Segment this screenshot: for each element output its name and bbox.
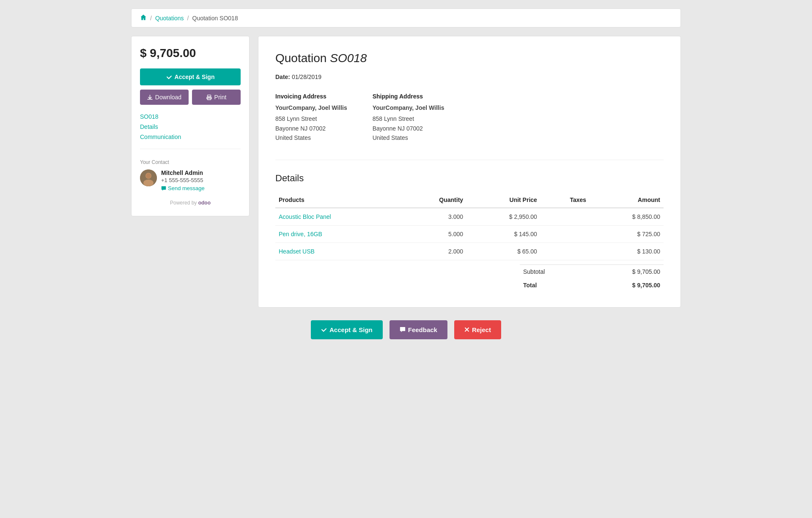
shipping-address-heading: Shipping Address [373, 93, 444, 100]
product-name[interactable]: Acoustic Bloc Panel [275, 208, 401, 226]
breadcrumb-current: Quotation SO018 [192, 15, 238, 22]
product-taxes [540, 225, 590, 243]
contact-details: Mitchell Admin +1 555-555-5555 Send mess… [161, 169, 205, 191]
invoicing-company: YourCompany, Joel Willis [275, 103, 347, 112]
breadcrumb: / Quotations / Quotation SO018 [131, 8, 681, 27]
sidebar-accept-sign-button[interactable]: Accept & Sign [140, 68, 241, 85]
breadcrumb-quotations[interactable]: Quotations [155, 15, 184, 22]
total-value: $ 9,705.00 [632, 282, 660, 289]
subtotal-row: Subtotal $ 9,705.00 [520, 264, 664, 278]
svg-point-4 [143, 180, 154, 186]
subtotal-label: Subtotal [523, 268, 545, 275]
product-name[interactable]: Pen drive, 16GB [275, 225, 401, 243]
svg-point-5 [146, 173, 151, 178]
sidebar-price: $ 9,705.00 [140, 46, 241, 60]
col-header-products: Products [275, 192, 401, 208]
download-button[interactable]: Download [140, 90, 189, 105]
table-row: Acoustic Bloc Panel 3.000 $ 2,950.00 $ 8… [275, 208, 664, 226]
col-header-unit-price: Unit Price [466, 192, 540, 208]
invoicing-street: 858 Lynn Street [275, 114, 347, 123]
col-header-taxes: Taxes [540, 192, 590, 208]
invoicing-address-heading: Invoicing Address [275, 93, 347, 100]
avatar [140, 169, 157, 186]
print-button[interactable]: Print [192, 90, 241, 105]
invoicing-address: Invoicing Address YourCompany, Joel Will… [275, 93, 347, 143]
bottom-reject-button[interactable]: Reject [454, 320, 501, 339]
product-amount: $ 8,850.00 [590, 208, 664, 226]
contact-name: Mitchell Admin [161, 169, 205, 176]
contact-label: Your Contact [140, 159, 241, 165]
shipping-company: YourCompany, Joel Willis [373, 103, 444, 112]
check-icon-bottom [321, 327, 327, 333]
main-content: Quotation SO018 Date: 01/28/2019 Invoici… [258, 36, 681, 308]
odoo-brand: odoo [198, 200, 211, 206]
powered-by: Powered by odoo [140, 200, 241, 206]
product-amount: $ 130.00 [590, 243, 664, 260]
print-icon [206, 95, 212, 100]
x-icon [464, 327, 469, 332]
contact-info: Mitchell Admin +1 555-555-5555 Send mess… [140, 169, 241, 191]
product-amount: $ 725.00 [590, 225, 664, 243]
quotation-title: Quotation SO018 [275, 52, 664, 65]
details-title: Details [275, 160, 664, 184]
bottom-actions: Accept & Sign Feedback Reject [131, 308, 681, 344]
contact-phone: +1 555-555-5555 [161, 177, 205, 183]
feedback-icon [400, 327, 406, 333]
product-name[interactable]: Headset USB [275, 243, 401, 260]
shipping-country: United States [373, 133, 444, 142]
sidebar-nav-so018[interactable]: SO018 [140, 113, 241, 120]
shipping-address: Shipping Address YourCompany, Joel Willi… [373, 93, 444, 143]
message-icon [161, 186, 166, 191]
svg-rect-0 [207, 95, 211, 96]
totals-section: Subtotal $ 9,705.00 Total $ 9,705.00 [275, 264, 664, 292]
addresses: Invoicing Address YourCompany, Joel Will… [275, 93, 664, 143]
send-message-link[interactable]: Send message [161, 185, 205, 191]
product-unit-price: $ 2,950.00 [466, 208, 540, 226]
sidebar-action-buttons: Download Print [140, 90, 241, 105]
col-header-quantity: Quantity [401, 192, 466, 208]
total-label: Total [523, 282, 537, 289]
invoicing-country: United States [275, 133, 347, 142]
product-quantity: 2.000 [401, 243, 466, 260]
invoicing-city-state: Bayonne NJ 07002 [275, 124, 347, 133]
table-row: Pen drive, 16GB 5.000 $ 145.00 $ 725.00 [275, 225, 664, 243]
bottom-feedback-button[interactable]: Feedback [390, 320, 447, 339]
product-unit-price: $ 145.00 [466, 225, 540, 243]
col-header-amount: Amount [590, 192, 664, 208]
contact-section: Your Contact Mitchell Admin +1 555-555-5… [140, 159, 241, 191]
total-row: Total $ 9,705.00 [520, 278, 664, 292]
bottom-accept-sign-button[interactable]: Accept & Sign [311, 320, 383, 339]
sidebar-navigation: SO018 Details Communication [140, 113, 241, 149]
sidebar-nav-details[interactable]: Details [140, 123, 241, 130]
sidebar-nav-communication[interactable]: Communication [140, 134, 241, 140]
product-quantity: 3.000 [401, 208, 466, 226]
home-icon[interactable] [140, 14, 147, 22]
breadcrumb-sep1: / [150, 15, 152, 22]
subtotal-value: $ 9,705.00 [632, 268, 660, 275]
table-row: Headset USB 2.000 $ 65.00 $ 130.00 [275, 243, 664, 260]
product-unit-price: $ 65.00 [466, 243, 540, 260]
shipping-street: 858 Lynn Street [373, 114, 444, 123]
totals-table: Subtotal $ 9,705.00 Total $ 9,705.00 [520, 264, 664, 292]
product-taxes [540, 208, 590, 226]
product-quantity: 5.000 [401, 225, 466, 243]
download-icon [147, 95, 153, 100]
product-taxes [540, 243, 590, 260]
products-table: Products Quantity Unit Price Taxes Amoun… [275, 192, 664, 260]
sidebar: $ 9,705.00 Accept & Sign Download [131, 36, 250, 216]
quotation-date: Date: 01/28/2019 [275, 74, 664, 80]
breadcrumb-sep2: / [187, 15, 189, 22]
check-icon [166, 74, 172, 80]
shipping-city-state: Bayonne NJ 07002 [373, 124, 444, 133]
